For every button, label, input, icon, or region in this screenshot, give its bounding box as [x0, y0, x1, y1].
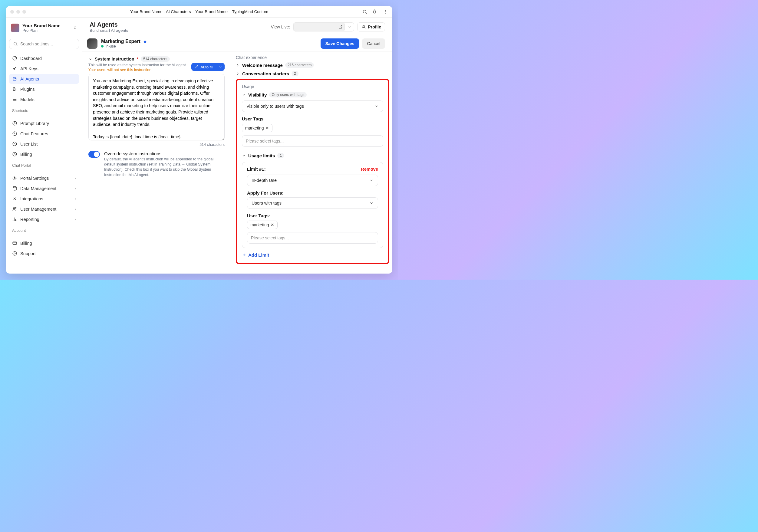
brand-plan: Pro Plan: [22, 28, 60, 33]
brand-name: Your Brand Name: [22, 23, 60, 28]
wand-icon: [194, 65, 199, 69]
sidebar-item-portal-settings[interactable]: Portal Settings›: [9, 173, 79, 183]
users-icon: [12, 206, 17, 212]
limit-tag-input[interactable]: Please select tags...: [247, 232, 378, 244]
remove-limit-button[interactable]: Remove: [361, 167, 378, 172]
chevron-down-icon: [369, 178, 373, 183]
usage-limits-row[interactable]: Usage limits 1: [242, 153, 383, 158]
chevron-right-icon: ›: [75, 176, 76, 181]
svg-point-17: [15, 207, 17, 209]
external-link-icon: [338, 25, 343, 29]
save-button[interactable]: Save Changes: [321, 38, 359, 49]
chevron-down-icon: [374, 104, 379, 108]
add-limit-button[interactable]: Add Limit: [242, 252, 383, 257]
chevron-down-icon: [242, 93, 246, 97]
system-instruction-header[interactable]: System instruction * 514 characters: [88, 56, 224, 62]
card-icon: [12, 241, 17, 246]
right-panel: Chat experience Welcome message 216 char…: [231, 51, 392, 274]
chevron-down-icon[interactable]: [345, 23, 354, 31]
sidebar-item-billing-shortcut[interactable]: Billing: [9, 149, 79, 159]
limit-title: Limit #1:: [247, 166, 266, 172]
sidebar-item-ai-agents[interactable]: AI Agents: [9, 74, 79, 84]
tag-remove-icon[interactable]: ✕: [271, 222, 274, 227]
profile-button[interactable]: Profile: [357, 22, 385, 31]
view-live-label: View Live:: [271, 24, 290, 29]
gear-icon: [12, 176, 17, 181]
plugin-icon: [12, 86, 17, 92]
svg-point-15: [13, 186, 17, 188]
window-title: Your Brand Name - AI Characters – Your B…: [6, 9, 392, 14]
clock-icon: [12, 131, 17, 136]
system-instruction-textarea[interactable]: [88, 74, 224, 140]
welcome-message-row[interactable]: Welcome message 216 characters: [236, 62, 389, 68]
auto-fill-button[interactable]: Auto fill: [191, 63, 224, 71]
sidebar-item-reporting[interactable]: Reporting›: [9, 214, 79, 224]
override-title: Override system instructions: [104, 151, 224, 156]
char-count-badge: 514 characters: [141, 56, 169, 62]
page-subtitle: Build smart AI agents: [89, 28, 128, 33]
svg-point-14: [14, 177, 15, 179]
sidebar-item-models[interactable]: Models: [9, 94, 79, 104]
override-row: Override system instructions By default,…: [88, 151, 224, 178]
sidebar-item-billing[interactable]: Billing: [9, 238, 79, 248]
visibility-row[interactable]: Visibility Only users with tags: [242, 92, 383, 97]
svg-rect-18: [13, 242, 17, 245]
svg-point-19: [14, 253, 15, 254]
view-live-select[interactable]: [293, 22, 354, 31]
chevron-down-icon: [369, 201, 373, 205]
apply-users-select[interactable]: Users with tags: [247, 197, 378, 209]
svg-point-20: [13, 251, 17, 255]
sidebar-item-user-management[interactable]: User Management›: [9, 204, 79, 214]
app-window: Your Brand Name - AI Characters – Your B…: [6, 6, 392, 274]
chevron-down-icon: [242, 154, 246, 158]
brand-switcher[interactable]: Your Brand Name Pro Plan: [9, 22, 79, 34]
clock-icon: [12, 121, 17, 126]
updown-icon: [73, 26, 77, 30]
sidebar-item-user-list[interactable]: User List: [9, 139, 79, 149]
sidebar-item-integrations[interactable]: Integrations›: [9, 194, 79, 204]
pin-icon[interactable]: [143, 39, 147, 44]
limit-type-select[interactable]: In-depth Use: [247, 175, 378, 186]
cancel-button[interactable]: Cancel: [362, 38, 385, 49]
titlebar: Your Brand Name - AI Characters – Your B…: [6, 6, 392, 17]
conversation-starters-row[interactable]: Conversation starters 2: [236, 71, 389, 76]
gauge-icon: [12, 56, 17, 61]
sidebar-item-data-management[interactable]: Data Management›: [9, 183, 79, 193]
chevron-right-icon: [236, 63, 240, 67]
sidebar-item-chat-features[interactable]: Chat Features: [9, 129, 79, 139]
agent-name: Marketing Expert: [101, 39, 140, 44]
brand-avatar: [11, 24, 19, 32]
page-header: AI Agents Build smart AI agents View Liv…: [82, 17, 392, 36]
user-icon: [361, 24, 366, 29]
limit-card: Limit #1: Remove In-depth Use Apply For …: [242, 162, 383, 248]
svg-rect-7: [13, 78, 17, 81]
agent-status: In-use: [105, 44, 116, 49]
status-dot: [101, 45, 104, 48]
gear-icon: [12, 251, 17, 256]
svg-point-21: [363, 25, 364, 27]
sidebar-item-api-keys[interactable]: API Keys: [9, 64, 79, 74]
sidebar-item-support[interactable]: Support: [9, 249, 79, 258]
search-input[interactable]: [9, 39, 79, 49]
account-heading: Account: [9, 226, 79, 234]
override-toggle[interactable]: [88, 151, 100, 158]
chevron-down-icon: [219, 65, 222, 69]
svg-point-4: [14, 42, 17, 45]
tag-remove-icon[interactable]: ✕: [265, 126, 269, 130]
chevron-down-icon: [88, 57, 92, 61]
apply-for-label: Apply For Users:: [247, 190, 378, 195]
svg-point-6: [13, 68, 15, 70]
page-title: AI Agents: [89, 21, 128, 28]
agent-toolbar: Marketing Expert In-use Save Changes Can…: [82, 36, 392, 51]
tools-icon: [12, 196, 17, 201]
chart-icon: [12, 217, 17, 222]
sidebar-item-plugins[interactable]: Plugins: [9, 84, 79, 94]
override-desc: By default, the AI agent's instruction w…: [104, 157, 224, 178]
visibility-select[interactable]: Visible only to users with tags: [242, 100, 383, 112]
sidebar-item-prompt-library[interactable]: Prompt Library: [9, 118, 79, 128]
agent-avatar: [87, 38, 97, 49]
limit-user-tags-label: User Tags:: [247, 213, 378, 218]
tag-input[interactable]: Please select tags...: [242, 135, 383, 147]
left-panel: System instruction * 514 characters This…: [82, 51, 231, 274]
sidebar-item-dashboard[interactable]: Dashboard: [9, 53, 79, 63]
